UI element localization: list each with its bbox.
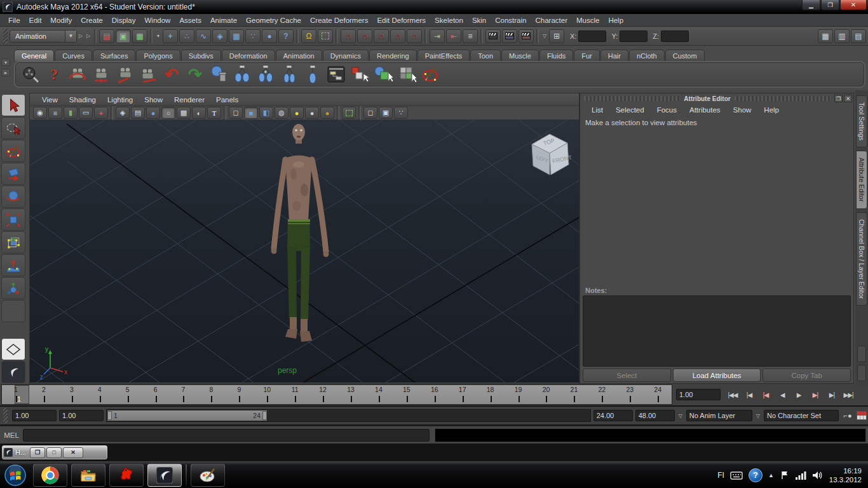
- shelf-tab[interactable]: Fur: [574, 50, 600, 61]
- attribute-editor-menu-item[interactable]: Focus: [651, 105, 683, 115]
- delete-object-icon[interactable]: [207, 64, 230, 85]
- camera-attributes-icon[interactable]: ≡: [48, 107, 62, 119]
- snap-mask-dynamics-icon[interactable]: ∵: [245, 29, 261, 43]
- scale-tool[interactable]: [1, 208, 25, 231]
- bookmarks-icon[interactable]: ▮: [64, 107, 78, 119]
- playback-end-input[interactable]: [593, 410, 633, 421]
- minimize-button[interactable]: ▁: [802, 0, 820, 10]
- taskbar-clock[interactable]: 16:19 13.3.2012: [829, 466, 862, 484]
- playback-button[interactable]: ▶|: [824, 387, 840, 402]
- menu-item[interactable]: Assets: [175, 15, 206, 25]
- undo-icon[interactable]: ↶: [160, 64, 183, 85]
- animation-start-input[interactable]: [12, 410, 57, 421]
- snap-mask-curves-icon[interactable]: ∿: [196, 29, 211, 43]
- load-attributes-button[interactable]: Load Attributes: [673, 369, 761, 382]
- default-light-icon[interactable]: ●: [320, 107, 334, 119]
- shelf-tab[interactable]: Deformation: [222, 50, 275, 61]
- panel-menu-item[interactable]: Panels: [210, 95, 244, 105]
- frame-tick[interactable]: 6: [142, 385, 170, 404]
- start-button[interactable]: [3, 463, 28, 488]
- soft-modification-tool[interactable]: [1, 254, 25, 276]
- single-pane-layout-button[interactable]: [1, 338, 25, 360]
- wireframe-icon[interactable]: ◈: [116, 107, 130, 119]
- character-set-dropdown-icon[interactable]: ▽: [755, 413, 761, 419]
- show-manipulator-tool[interactable]: [1, 277, 25, 299]
- menu-set-dropdown[interactable]: Animation ▼: [10, 30, 77, 43]
- snap-to-grids-icon[interactable]: ∩: [341, 29, 356, 43]
- command-feedback-field[interactable]: [435, 428, 866, 442]
- exposure-cube-icon[interactable]: ◻: [363, 107, 377, 119]
- output-connections-icon[interactable]: ⇤: [446, 29, 461, 43]
- select-button[interactable]: Select: [583, 369, 671, 382]
- notes-textarea[interactable]: [583, 295, 851, 367]
- panel-menu-item[interactable]: Show: [139, 95, 168, 105]
- camera-dolly-icon[interactable]: [113, 64, 136, 85]
- panel-menu-item[interactable]: Lighting: [102, 95, 139, 105]
- frame-tick[interactable]: 24: [644, 385, 672, 404]
- render-current-frame-icon[interactable]: [485, 29, 501, 43]
- frame-tick[interactable]: 16: [421, 385, 449, 404]
- menu-item[interactable]: Create: [76, 15, 107, 25]
- textured-cube-icon[interactable]: ◧: [259, 107, 273, 119]
- attribute-editor-menu-item[interactable]: Help: [757, 105, 785, 115]
- x-ray-icon[interactable]: ▩: [177, 107, 191, 119]
- hardware-texturing-icon[interactable]: ◐: [192, 107, 206, 119]
- frame-tick[interactable]: 20: [532, 385, 560, 404]
- playback-button[interactable]: ▶|: [807, 387, 824, 402]
- frame-tick[interactable]: 13: [337, 385, 365, 404]
- ipr-render-icon[interactable]: [502, 29, 517, 43]
- taskbar-explorer-button[interactable]: [71, 464, 105, 487]
- snap-to-curves-icon[interactable]: ∩: [357, 29, 372, 43]
- maya-layout-button[interactable]: [1, 361, 25, 383]
- shelf-tab[interactable]: Curves: [55, 50, 92, 61]
- frame-tick[interactable]: 2: [30, 385, 58, 404]
- frame-tick[interactable]: 22: [588, 385, 616, 404]
- menu-item[interactable]: Geometry Cache: [241, 15, 306, 25]
- taskbar-paint-button[interactable]: [191, 464, 225, 487]
- language-indicator[interactable]: FI: [717, 471, 724, 480]
- snap-mask-deformations-icon[interactable]: ▦: [229, 29, 244, 43]
- view-cube[interactable]: TOP LEFT FRONT: [532, 134, 573, 175]
- shelf-menu-icon[interactable]: ▸: [1, 69, 10, 76]
- select-by-component-icon[interactable]: ▦: [132, 29, 147, 43]
- select-camera-icon[interactable]: ◉: [33, 107, 47, 119]
- frame-tick[interactable]: 15: [393, 385, 421, 404]
- smooth-shade-selected-icon[interactable]: ○: [161, 107, 175, 119]
- network-signal-icon[interactable]: [796, 471, 806, 480]
- menu-item[interactable]: Modify: [46, 15, 76, 25]
- maximize-window-icon[interactable]: □: [46, 447, 62, 458]
- close-panel-icon[interactable]: ✕: [844, 95, 852, 102]
- group-objects-icon[interactable]: [395, 64, 418, 85]
- drag-grip[interactable]: [584, 96, 680, 101]
- show-tool-settings-icon[interactable]: ▥: [834, 29, 850, 43]
- menu-item[interactable]: Display: [107, 15, 140, 25]
- taskbar-red-creature-button[interactable]: [109, 464, 144, 487]
- show-channel-box-icon[interactable]: ▤: [851, 29, 866, 43]
- smooth-shade-icon[interactable]: ●: [146, 107, 160, 119]
- frame-tick[interactable]: 8: [197, 385, 225, 404]
- redo-icon[interactable]: ↷: [184, 64, 207, 85]
- action-center-flag-icon[interactable]: [780, 470, 790, 480]
- hypergraph-icon[interactable]: [325, 64, 348, 85]
- x-coord-input[interactable]: [578, 30, 606, 42]
- shelf-tab[interactable]: PaintEffects: [417, 50, 470, 61]
- sidebar-extra-button[interactable]: [857, 346, 866, 362]
- playback-button[interactable]: |◀: [757, 387, 774, 402]
- anim-layer-dropdown-icon[interactable]: ▽: [677, 413, 684, 419]
- menu-item[interactable]: Help: [604, 15, 628, 25]
- float-panel-icon[interactable]: ❒: [834, 95, 843, 102]
- menu-item[interactable]: Animate: [206, 15, 241, 25]
- snap-mask-rendering-icon[interactable]: ●: [262, 29, 277, 43]
- attribute-editor-menu-item[interactable]: Selected: [609, 105, 651, 115]
- range-slider-track[interactable]: 1 24: [106, 409, 591, 422]
- taskbar-chrome-button[interactable]: [33, 464, 67, 487]
- playback-start-input[interactable]: [59, 410, 104, 421]
- frame-tick[interactable]: 19: [505, 385, 532, 404]
- menu-item[interactable]: Window: [140, 15, 175, 25]
- collapsed-group-icon[interactable]: ▷: [85, 29, 92, 43]
- menu-item[interactable]: Create Deformers: [306, 15, 372, 25]
- camera-roll-icon[interactable]: [137, 64, 159, 85]
- help-question-icon[interactable]: ?: [43, 64, 65, 85]
- snap-to-points-icon[interactable]: ∩: [374, 29, 389, 43]
- volume-icon[interactable]: [812, 470, 824, 480]
